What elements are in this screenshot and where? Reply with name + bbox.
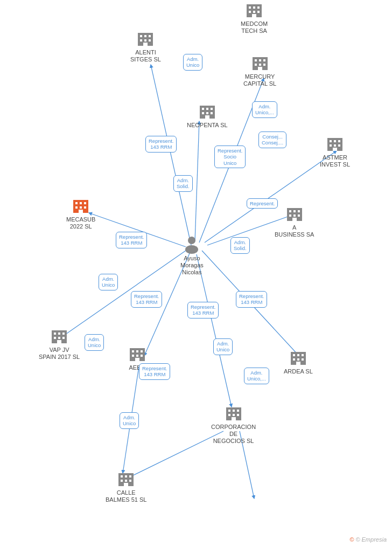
svg-rect-78: [135, 358, 139, 361]
node-medcom[interactable]: MEDCOMTECH SA: [241, 0, 268, 34]
node-calle-label: CALLEBALMES 51 SL: [106, 489, 146, 503]
relation-adm-solid-2[interactable]: Adm.Solid.: [230, 237, 250, 254]
svg-rect-106: [257, 6, 260, 9]
watermark-copy: ©: [349, 536, 354, 543]
svg-rect-108: [253, 11, 255, 13]
svg-rect-69: [62, 337, 65, 339]
building-icon-abusiness: [285, 204, 304, 223]
relation-represent-143-4[interactable]: Represent.143 RRM: [187, 302, 219, 318]
svg-rect-85: [237, 414, 239, 416]
svg-rect-99: [121, 480, 123, 482]
svg-rect-45: [338, 144, 340, 147]
watermark: © © Empresia: [349, 536, 387, 543]
node-abusiness[interactable]: ABUSINESS SA: [275, 204, 314, 238]
relation-consej[interactable]: Consej...Consej....: [258, 131, 286, 148]
svg-rect-65: [58, 333, 60, 335]
node-medcom-label: MEDCOMTECH SA: [241, 20, 268, 34]
svg-rect-91: [293, 358, 295, 361]
svg-rect-36: [206, 112, 208, 114]
relation-represent-143-5[interactable]: Represent.143 RRM: [236, 291, 267, 308]
node-mecasub[interactable]: MECASUB2022 SL: [66, 196, 95, 230]
node-calle[interactable]: CALLEBALMES 51 SL: [106, 469, 146, 503]
node-corporacion[interactable]: CORPORACIONDENEGOCIOS SL: [211, 403, 256, 445]
svg-rect-82: [237, 410, 239, 412]
svg-rect-84: [233, 414, 235, 416]
relation-represent-143-3[interactable]: Represent.143 RRM: [131, 291, 162, 308]
svg-rect-46: [333, 148, 337, 151]
svg-rect-110: [252, 14, 256, 17]
building-icon-alenti: [136, 29, 155, 48]
svg-rect-38: [205, 115, 209, 119]
svg-rect-105: [253, 6, 255, 9]
svg-rect-18: [149, 35, 151, 37]
svg-rect-100: [125, 480, 127, 482]
relation-adm-unico-6[interactable]: Adm.Unico,...: [244, 368, 269, 384]
svg-rect-80: [228, 410, 230, 412]
node-ardea[interactable]: ARDEA SL: [284, 348, 313, 375]
relation-represent-143-6[interactable]: Represent.143 RRM: [139, 363, 170, 380]
node-alenti[interactable]: ALENTISITGES SL: [130, 29, 161, 63]
svg-rect-64: [54, 333, 56, 335]
relation-represent-8[interactable]: Represent.: [247, 198, 278, 209]
building-icon-aeb: [128, 344, 147, 363]
svg-rect-97: [125, 475, 127, 477]
svg-rect-17: [144, 35, 146, 37]
relation-represent-143-2[interactable]: Represent.143 RRM: [116, 232, 147, 248]
svg-point-13: [188, 237, 195, 244]
svg-rect-70: [57, 340, 61, 343]
relation-adm-unico-1[interactable]: Adm.Unico: [183, 54, 202, 71]
svg-rect-51: [289, 214, 291, 217]
svg-rect-48: [289, 210, 291, 212]
building-icon-medcom: [244, 0, 264, 19]
node-astmer-label: ASTMERINVEST SL: [320, 154, 350, 168]
node-neopenta[interactable]: NEOPENTA SL: [187, 101, 228, 129]
svg-rect-35: [202, 112, 204, 114]
node-vap-label: VAP JVSPAIN 2017 SL: [39, 347, 80, 361]
svg-rect-56: [75, 202, 78, 204]
node-ayuso[interactable]: AyusoMoragasNicolas: [180, 234, 204, 276]
svg-rect-76: [136, 355, 138, 357]
relation-adm-unico-2[interactable]: Adm.Unico,...: [252, 101, 277, 118]
svg-line-0: [151, 65, 191, 245]
svg-rect-73: [136, 350, 138, 352]
relation-represent-143-1[interactable]: Represent.143 RRM: [145, 136, 177, 153]
relation-adm-unico-5[interactable]: Adm.Unico: [213, 338, 233, 355]
node-corporacion-label: CORPORACIONDENEGOCIOS SL: [211, 424, 256, 445]
relation-adm-unico-4[interactable]: Adm.Unico: [85, 334, 104, 351]
building-icon-mecasub: [71, 196, 90, 215]
node-mercury[interactable]: MERCURYCAPITAL SL: [243, 53, 276, 87]
node-astmer[interactable]: ASTMERINVEST SL: [320, 134, 350, 168]
svg-line-6: [62, 251, 186, 337]
svg-rect-50: [298, 210, 300, 212]
graph-container: AyusoMoragasNicolas ALENTISITGES SL M: [0, 0, 392, 547]
svg-rect-62: [79, 210, 83, 213]
svg-rect-26: [263, 59, 265, 61]
svg-rect-33: [206, 108, 208, 110]
svg-rect-19: [140, 39, 142, 41]
relation-represent-socio[interactable]: Represent.SocioUnico: [214, 146, 246, 168]
svg-rect-22: [143, 43, 148, 46]
svg-rect-89: [297, 354, 299, 356]
node-abusiness-label: ABUSINESS SA: [275, 224, 314, 238]
relation-adm-unico-7[interactable]: Adm.Unico: [120, 412, 139, 429]
svg-rect-42: [338, 140, 340, 142]
svg-rect-98: [129, 475, 131, 477]
svg-rect-60: [80, 206, 82, 209]
svg-rect-74: [141, 350, 143, 352]
svg-rect-44: [334, 144, 336, 147]
svg-rect-34: [211, 108, 213, 110]
svg-rect-90: [302, 354, 304, 356]
svg-rect-75: [132, 355, 134, 357]
svg-rect-59: [75, 206, 78, 209]
relation-adm-unico-3[interactable]: Adm.Unico: [99, 274, 118, 290]
svg-rect-86: [232, 417, 236, 420]
svg-rect-81: [233, 410, 235, 412]
building-icon-ardea: [289, 348, 308, 367]
svg-rect-53: [298, 214, 300, 217]
node-vap[interactable]: VAP JVSPAIN 2017 SL: [39, 326, 80, 361]
svg-rect-49: [293, 210, 296, 212]
svg-rect-68: [58, 337, 60, 339]
relation-adm-solid-1[interactable]: Adm.Solid.: [173, 175, 193, 192]
svg-rect-94: [296, 362, 300, 365]
svg-rect-27: [255, 64, 257, 66]
